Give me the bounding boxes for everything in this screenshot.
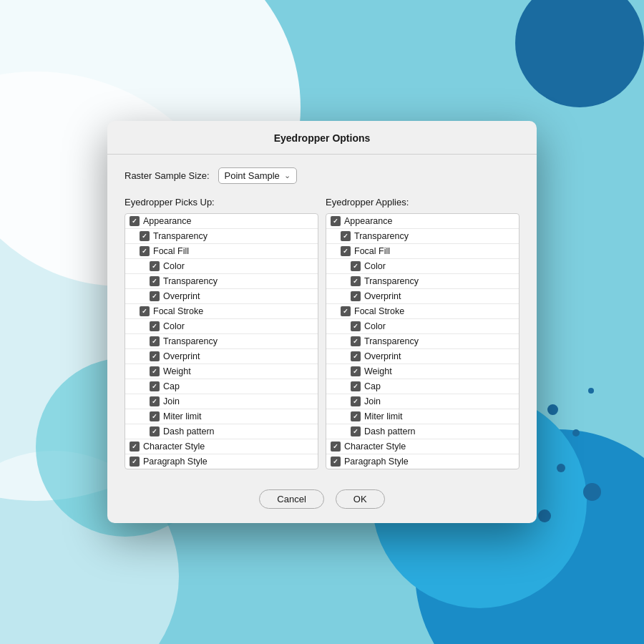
checkbox-label: Miter limit — [364, 411, 402, 421]
checkbox-item[interactable]: Character Style — [125, 439, 318, 454]
checkbox-item[interactable]: Dash pattern — [326, 424, 519, 439]
checkbox-icon — [351, 396, 361, 406]
checkbox-item[interactable]: Transparency — [326, 274, 519, 289]
checkbox-item[interactable]: Overprint — [125, 289, 318, 304]
checkbox-icon — [150, 321, 160, 331]
checkbox-label: Focal Stroke — [354, 306, 404, 316]
checkbox-icon — [351, 336, 361, 346]
checkbox-item[interactable]: Color — [326, 319, 519, 334]
checkbox-icon — [130, 216, 140, 226]
dialog-footer: Cancel OK — [107, 489, 537, 509]
checkbox-item[interactable]: Overprint — [326, 289, 519, 304]
dialog-body: Raster Sample Size: Point Sample ⌄ Eyedr… — [107, 155, 537, 477]
checkbox-icon — [150, 276, 160, 286]
checkbox-icon — [150, 336, 160, 346]
checkbox-label: Paragraph Style — [143, 457, 208, 467]
checkbox-label: Color — [163, 321, 185, 331]
checkbox-item[interactable]: Transparency — [125, 229, 318, 244]
raster-sample-select[interactable]: Point Sample ⌄ — [218, 167, 297, 184]
checkbox-item[interactable]: Appearance — [125, 214, 318, 229]
checkbox-label: Color — [364, 261, 386, 271]
checkbox-icon — [150, 261, 160, 271]
checkbox-icon — [130, 441, 140, 452]
checkbox-icon — [140, 306, 150, 316]
ok-button[interactable]: OK — [336, 489, 385, 509]
checkbox-icon — [150, 396, 160, 406]
checkbox-item[interactable]: Color — [125, 259, 318, 274]
checkbox-item[interactable]: Appearance — [326, 214, 519, 229]
checkbox-icon — [331, 441, 341, 452]
checkbox-icon — [351, 381, 361, 391]
checkbox-item[interactable]: Transparency — [326, 334, 519, 349]
checkbox-item[interactable]: Focal Fill — [125, 244, 318, 259]
checkbox-item[interactable]: Focal Fill — [326, 244, 519, 259]
checkbox-icon — [351, 261, 361, 271]
checkbox-item[interactable]: Join — [125, 394, 318, 409]
checkbox-item[interactable]: Transparency — [326, 229, 519, 244]
checkbox-icon — [331, 457, 341, 467]
picks-up-header: Eyedropper Picks Up: — [125, 197, 318, 208]
checkbox-label: Cap — [163, 381, 180, 391]
checkbox-item[interactable]: Character Style — [326, 439, 519, 454]
checkbox-icon — [341, 231, 351, 241]
checkbox-item[interactable]: Weight — [326, 364, 519, 379]
checkbox-label: Transparency — [364, 276, 419, 286]
checkbox-label: Transparency — [364, 336, 419, 346]
eyedropper-options-dialog: Eyedropper Options Raster Sample Size: P… — [107, 121, 537, 523]
checkbox-item[interactable]: Paragraph Style — [326, 454, 519, 469]
picks-up-column: Eyedropper Picks Up: AppearanceTranspare… — [125, 197, 318, 469]
cancel-button[interactable]: Cancel — [259, 489, 323, 509]
checkbox-item[interactable]: Color — [125, 319, 318, 334]
checkbox-item[interactable]: Miter limit — [326, 409, 519, 424]
dialog-title: Eyedropper Options — [107, 121, 537, 155]
raster-dropdown-arrow-icon: ⌄ — [284, 171, 291, 180]
checkbox-label: Miter limit — [163, 411, 201, 421]
checkbox-icon — [351, 411, 361, 421]
checkbox-item[interactable]: Transparency — [125, 274, 318, 289]
checkbox-label: Overprint — [364, 291, 401, 301]
checkbox-label: Cap — [364, 381, 381, 391]
checkbox-item[interactable]: Transparency — [125, 334, 318, 349]
checkbox-item[interactable]: Overprint — [326, 349, 519, 364]
checkbox-item[interactable]: Paragraph Style — [125, 454, 318, 469]
checkbox-label: Overprint — [163, 291, 200, 301]
checkbox-label: Character Style — [344, 441, 406, 452]
checkbox-icon — [150, 426, 160, 436]
checkbox-item[interactable]: Miter limit — [125, 409, 318, 424]
raster-label: Raster Sample Size: — [125, 170, 210, 181]
checkbox-label: Appearance — [143, 216, 191, 226]
checkbox-label: Focal Fill — [354, 246, 390, 256]
columns-container: Eyedropper Picks Up: AppearanceTranspare… — [125, 197, 519, 469]
applies-column: Eyedropper Applies: AppearanceTransparen… — [326, 197, 519, 469]
checkbox-label: Color — [364, 321, 386, 331]
checkbox-icon — [140, 231, 150, 241]
checkbox-icon — [150, 366, 160, 376]
checkbox-icon — [341, 246, 351, 256]
checkbox-item[interactable]: Dash pattern — [125, 424, 318, 439]
checkbox-icon — [150, 411, 160, 421]
checkbox-item[interactable]: Focal Stroke — [326, 304, 519, 319]
dialog-overlay: Eyedropper Options Raster Sample Size: P… — [0, 0, 644, 644]
checkbox-icon — [341, 306, 351, 316]
checkbox-label: Transparency — [163, 276, 218, 286]
checkbox-icon — [130, 457, 140, 467]
raster-sample-row: Raster Sample Size: Point Sample ⌄ — [125, 167, 519, 184]
checkbox-label: Weight — [364, 366, 392, 376]
applies-header: Eyedropper Applies: — [326, 197, 519, 208]
checkbox-item[interactable]: Join — [326, 394, 519, 409]
checkbox-item[interactable]: Weight — [125, 364, 318, 379]
checkbox-item[interactable]: Overprint — [125, 349, 318, 364]
checkbox-item[interactable]: Focal Stroke — [125, 304, 318, 319]
checkbox-icon — [351, 276, 361, 286]
checkbox-label: Focal Stroke — [153, 306, 203, 316]
checkbox-label: Color — [163, 261, 185, 271]
checkbox-label: Join — [163, 396, 180, 406]
checkbox-label: Focal Fill — [153, 246, 189, 256]
checkbox-item[interactable]: Color — [326, 259, 519, 274]
checkbox-icon — [351, 321, 361, 331]
checkbox-item[interactable]: Cap — [326, 379, 519, 394]
checkbox-icon — [351, 351, 361, 361]
checkbox-label: Paragraph Style — [344, 457, 409, 467]
checkbox-item[interactable]: Cap — [125, 379, 318, 394]
checkbox-icon — [150, 381, 160, 391]
